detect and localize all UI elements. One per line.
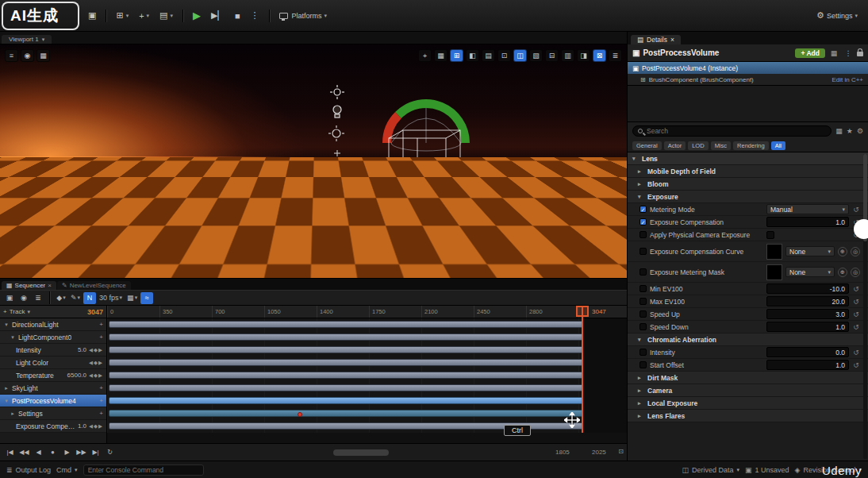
category-lens[interactable]: ▾Lens [628,152,868,165]
override-checkbox[interactable] [639,349,647,356]
wireframe-icon[interactable]: ▦ [434,49,447,62]
close-icon[interactable]: × [48,282,52,289]
screenshot-icon[interactable]: ⊠ [593,49,606,62]
value-checkbox[interactable] [766,231,774,239]
grid-snap-icon[interactable]: ⊞ [450,49,463,62]
maximize-icon[interactable]: ≣ [609,49,622,62]
override-checkbox[interactable] [639,206,647,213]
browse-icon[interactable]: ▦ [828,49,839,57]
reset-icon[interactable]: ↺ [852,298,860,306]
edit-options-button[interactable]: ✎▾ [69,292,82,304]
reset-icon[interactable]: ↺ [852,349,860,357]
track-row-directionallight[interactable]: ▾ DirectionalLight + [0,318,106,331]
current-frame-value[interactable]: 3047 [87,308,103,316]
track-section-bar[interactable] [109,321,583,328]
filter-misc[interactable]: Misc [711,141,731,150]
keyframe-options-button[interactable]: ◆▾ [55,292,67,304]
track-row-lightcolor[interactable]: Light Color ◀◆▶ [0,357,106,369]
chevron-down-icon[interactable]: ▾ [27,309,30,315]
track-section-bar[interactable] [109,359,583,366]
expander-icon[interactable]: ▾ [3,398,10,404]
add-content-dropdown[interactable]: +▾ [135,7,153,25]
keyframe-nav-icons[interactable]: ◀◆▶ [89,347,103,353]
override-checkbox[interactable] [639,285,647,292]
exp ander-icon[interactable]: ▸ [10,411,16,417]
save-button[interactable]: ▣ [84,7,100,25]
display-filter-icon[interactable]: ▦ [835,127,843,135]
lock-icon[interactable] [857,52,863,56]
filter-rendering[interactable]: Rendering [733,141,769,150]
add-section-icon[interactable]: + [99,410,103,417]
category-chromatic-aberration[interactable]: ▾Chromatic Aberration [628,333,868,346]
add-section-icon[interactable]: + [99,384,103,391]
sequence-name-tab[interactable]: ✎NewLevelSequence [57,281,131,290]
asset-picker-dropdown[interactable]: None▾ [785,246,835,256]
exposure-compensation-field[interactable]: 1.0 [766,217,849,227]
track-section-bar[interactable] [109,346,583,353]
ca-intensity-field[interactable]: 0.0 [766,347,849,357]
asset-add-icon[interactable]: ⊕ [838,247,847,256]
asset-add-icon[interactable]: ⊕ [838,268,847,277]
filter-lod[interactable]: LOD [688,141,708,150]
ca-start-offset-field[interactable]: 1.0 [766,360,849,370]
bookmarks-icon[interactable]: ▥ [561,49,574,62]
category-local-exposure[interactable]: ▸Local Exposure [628,397,868,410]
track-row-temperature[interactable]: Temperature 6500.0 ◀◆▶ [0,369,106,382]
track-section-bar[interactable] [109,410,583,417]
add-section-icon[interactable]: + [99,333,103,341]
filter-general[interactable]: General [632,141,662,150]
track-row-lightcomponent[interactable]: ▾ LightComponent0 + [0,331,106,344]
add-section-icon[interactable]: + [99,321,103,328]
step-back-button[interactable]: ◀◀ [19,449,29,456]
track-row-settings[interactable]: ▸ Settings + [0,407,106,420]
derived-data-button[interactable]: ◫Derived Data▾ [682,466,739,474]
console-input[interactable] [83,465,204,476]
timeline-ruler[interactable]: 0 350 700 1050 1400 1750 2100 2450 2800 [107,306,627,318]
asset-pick-icon[interactable]: ◎ [851,268,860,277]
viewport-tab[interactable]: Viewport 1▾ [2,35,52,44]
category-camera[interactable]: ▸Camera [628,384,868,397]
view-range-end[interactable]: 2025 [592,449,606,456]
keyframe-nav-icons[interactable]: ◀◆▶ [89,360,103,366]
track-value[interactable]: 5.0 [78,346,86,353]
platforms-dropdown[interactable]: Platforms▾ [275,7,332,25]
track-row-skylight[interactable]: ▸ SkyLight + [0,382,106,395]
selected-section-bar[interactable] [109,397,583,404]
fps-dropdown[interactable]: 30 fps▾ [98,292,124,304]
settings-dropdown[interactable]: ⚙Settings▾ [812,7,862,25]
favorites-icon[interactable]: ★ [847,127,853,135]
speed-up-field[interactable]: 3.0 [766,309,849,319]
reset-icon[interactable]: ↺ [852,310,860,318]
category-mobile-dof[interactable]: ▸Mobile Depth of Field [628,165,868,178]
modes-dropdown[interactable]: ⊞▾ [112,7,133,25]
screen-percentage-icon[interactable]: ◫ [513,49,527,62]
snap-toggle-button[interactable]: N [83,292,96,304]
view-range-start[interactable]: 1805 [555,449,570,456]
settings-gear-icon[interactable]: ⚙ [857,127,863,135]
override-checkbox[interactable] [639,310,647,318]
asset-thumbnail[interactable] [766,264,782,280]
viewport-menu-icon[interactable]: ≡ [5,49,18,62]
loop-button[interactable]: ↻ [105,449,115,456]
curve-editor-button[interactable]: ≈ [140,292,153,304]
track-section-bar[interactable] [109,372,583,379]
show-flags-icon[interactable]: ⊟ [545,49,559,62]
scale-snap-icon[interactable]: ▤ [482,49,495,62]
filter-actor[interactable]: Actor [664,141,686,150]
override-checkbox[interactable] [639,323,647,330]
play-forward-button[interactable]: ▶ [62,449,72,456]
track-row-exposure-compensation[interactable]: Exposure Compensation 1.0 ◀◆▶ [0,420,106,433]
add-component-button[interactable]: + Add [795,48,825,58]
add-track-button[interactable]: + [3,308,7,315]
camera-speed-icon[interactable]: ◉ [21,49,34,62]
reset-icon[interactable]: ↺ [852,285,860,293]
view-modes-icon[interactable]: ▧ [529,49,543,62]
override-checkbox[interactable] [639,231,647,238]
override-checkbox[interactable] [639,268,647,276]
details-scrollbar[interactable] [863,154,867,459]
selected-instance-row[interactable]: ▣ PostProcessVolume4 (Instance) [628,62,868,74]
play-button[interactable]: ▶ [189,7,205,25]
view-options-button[interactable]: ▦▾ [125,292,139,304]
override-checkbox[interactable] [639,361,647,368]
expander-icon[interactable]: ▾ [3,322,10,328]
